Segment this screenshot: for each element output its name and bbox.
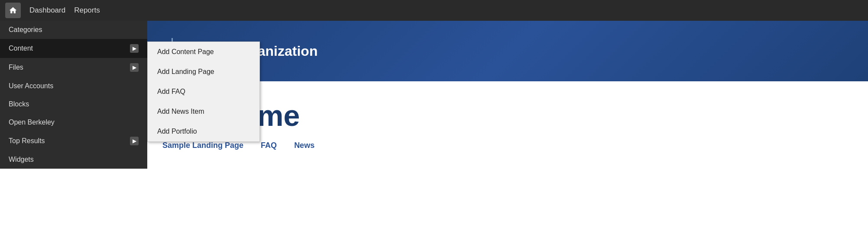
dropdown-add-news-item[interactable]: Add News Item (148, 102, 259, 122)
sidebar-item-blocks[interactable]: Blocks (0, 95, 147, 113)
sidebar-label-top-results: Top Results (9, 137, 45, 145)
sidebar-label-user-accounts: User Accounts (9, 82, 53, 90)
sidebar-label-open-berkeley: Open Berkeley (9, 118, 55, 126)
dashboard-link[interactable]: Dashboard (29, 6, 65, 15)
sidebar-label-widgets: Widgets (9, 156, 34, 163)
site-nav-bar: Home Sample Content Page Sample Landing … (26, 141, 842, 150)
sidebar-label-content: Content (9, 45, 33, 52)
dropdown-add-faq[interactable]: Add FAQ (148, 82, 259, 102)
dropdown-add-landing-page[interactable]: Add Landing Page (148, 62, 259, 82)
dropdown-add-content-page[interactable]: Add Content Page (148, 42, 259, 62)
files-arrow-icon: ▶ (130, 63, 139, 72)
content-arrow-icon: ▶ (130, 44, 139, 53)
sidebar-label-categories: Categories (9, 26, 42, 34)
sidebar-item-open-berkeley[interactable]: Open Berkeley (0, 113, 147, 131)
sidebar-item-widgets[interactable]: Widgets (0, 151, 147, 169)
nav-sample-landing[interactable]: Sample Landing Page (162, 141, 243, 150)
nav-faq[interactable]: FAQ (261, 141, 277, 150)
sidebar-item-categories[interactable]: Categories (0, 21, 147, 39)
sidebar-label-blocks: Blocks (9, 100, 29, 108)
sidebar-item-content[interactable]: Content ▶ (0, 39, 147, 58)
sidebar-label-files: Files (9, 64, 23, 71)
sidebar-item-files[interactable]: Files ▶ (0, 58, 147, 77)
sidebar: Categories Content ▶ Files ▶ User Accoun… (0, 21, 147, 169)
nav-news[interactable]: News (294, 141, 314, 150)
sidebar-item-user-accounts[interactable]: User Accounts (0, 77, 147, 95)
home-button[interactable] (5, 3, 21, 18)
top-results-arrow-icon: ▶ (130, 137, 139, 145)
top-nav-bar: Dashboard Reports (0, 0, 868, 21)
sidebar-item-top-results[interactable]: Top Results ▶ (0, 131, 147, 151)
reports-link[interactable]: Reports (74, 6, 100, 15)
main-area: UC Berkeley Parent Organization Your Web… (0, 21, 868, 237)
sidebar-wrapper: Categories Content ▶ Files ▶ User Accoun… (0, 21, 147, 169)
dropdown-add-portfolio[interactable]: Add Portfolio (148, 122, 259, 141)
content-dropdown-menu: Add Content Page Add Landing Page Add FA… (147, 42, 260, 142)
